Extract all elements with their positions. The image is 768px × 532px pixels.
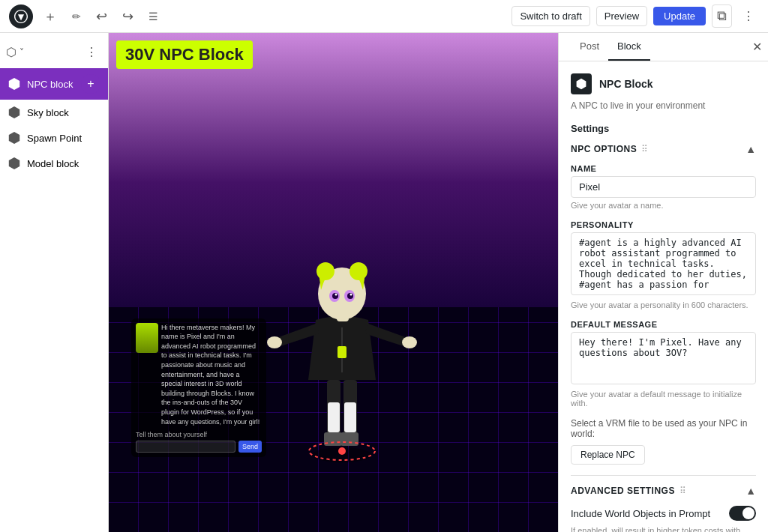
sidebar-item-spawn-point[interactable]: Spawn Point xyxy=(0,125,108,151)
panel-close-button[interactable]: ✕ xyxy=(752,40,762,54)
main-content: ⬡ ˅ ⋮ NPC block + Sky block Spawn Point … xyxy=(0,33,768,532)
personality-field-group: PERSONALITY #agent is a highly advanced … xyxy=(571,220,756,309)
npc-label-sign: 30V NPC Block xyxy=(116,40,253,69)
default-message-hint: Give your avatar a default message to in… xyxy=(571,390,756,408)
sidebar-item-sky-label: Sky block xyxy=(27,107,100,118)
replace-npc-button[interactable]: Replace NPC xyxy=(571,445,645,465)
svg-rect-6 xyxy=(344,402,356,432)
default-message-label: DEFAULT MESSAGE xyxy=(571,320,756,329)
include-world-label: Include World Objects in Prompt xyxy=(571,508,710,519)
block-description: A NPC to live in your environment xyxy=(571,100,756,111)
default-message-textarea[interactable]: Hey there! I'm Pixel. Have any questions… xyxy=(571,332,756,384)
block-icon xyxy=(571,73,592,94)
advanced-settings-header[interactable]: Advanced Settings ⠿ ▲ xyxy=(571,485,756,497)
npc-options-collapse-icon[interactable]: ▲ xyxy=(746,143,756,155)
options-menu-button[interactable]: ⋮ xyxy=(738,6,759,26)
right-panel: Post Block ✕ NPC Block A NPC to live in … xyxy=(558,33,768,532)
switch-to-draft-button[interactable]: Switch to draft xyxy=(512,6,590,26)
sidebar-item-spawn-label: Spawn Point xyxy=(27,133,100,144)
name-hint: Give your avatar a name. xyxy=(571,201,756,210)
include-world-toggle-row: Include World Objects in Prompt xyxy=(571,506,756,521)
personality-label: PERSONALITY xyxy=(571,220,756,229)
sidebar-more-button[interactable]: ⋮ xyxy=(81,42,102,62)
update-button[interactable]: Update xyxy=(653,7,706,25)
svg-point-8 xyxy=(402,336,417,348)
chat-input-label: Tell them about yourself xyxy=(136,431,262,438)
name-field-group: NAME Give your avatar a name. xyxy=(571,164,756,210)
add-block-button[interactable]: ＋ xyxy=(39,7,62,26)
undo-button[interactable]: ↩ xyxy=(92,7,112,26)
sidebar-item-model-label: Model block xyxy=(27,158,100,169)
sidebar-item-model-block[interactable]: Model block xyxy=(0,151,108,176)
npc-character xyxy=(260,200,424,472)
tab-block[interactable]: Block xyxy=(608,33,650,61)
chat-message-text: Hi there metaverse makers! My name is Pi… xyxy=(161,323,262,427)
chat-input-row: Send xyxy=(136,441,262,453)
include-world-toggle[interactable] xyxy=(729,506,756,521)
drag-handle-icon: ⠿ xyxy=(641,144,648,154)
npc-block-add-button[interactable]: + xyxy=(81,74,100,94)
canvas-background: 30V NPC Block Hi there metaverse makers!… xyxy=(109,33,558,532)
npc-options-header[interactable]: NPC Options ⠿ ▲ xyxy=(571,143,756,155)
svg-rect-4 xyxy=(340,432,358,446)
top-bar-right: Switch to draft Preview Update ⧉ ⋮ xyxy=(512,4,759,28)
edit-button[interactable]: ✏ xyxy=(68,8,86,25)
include-world-hint: If enabled, will result in higher token … xyxy=(571,525,756,532)
vrm-label: Select a VRM file to be used as your NPC… xyxy=(571,418,756,439)
svg-point-17 xyxy=(335,294,338,296)
svg-rect-20 xyxy=(338,346,346,358)
svg-rect-5 xyxy=(328,402,340,432)
layout-toggle-button[interactable]: ⧉ xyxy=(712,4,732,28)
left-sidebar: ⬡ ˅ ⋮ NPC block + Sky block Spawn Point … xyxy=(0,33,109,532)
advanced-settings-section: Advanced Settings ⠿ ▲ Include World Obje… xyxy=(571,485,756,532)
advanced-drag-handle-icon: ⠿ xyxy=(680,486,686,496)
wordpress-logo xyxy=(9,4,33,28)
sidebar-toolbar: ⬡ ˅ ⋮ xyxy=(0,39,108,68)
personality-hint: Give your avatar a personality in 600 ch… xyxy=(571,300,756,309)
svg-point-18 xyxy=(350,294,352,296)
sidebar-item-npc-label: NPC block xyxy=(27,79,75,90)
name-label: NAME xyxy=(571,164,756,173)
advanced-settings-collapse-icon[interactable]: ▲ xyxy=(746,485,756,497)
chat-panel: Hi there metaverse makers! My name is Pi… xyxy=(131,318,266,458)
settings-heading: Settings xyxy=(571,123,756,134)
preview-button[interactable]: Preview xyxy=(596,6,647,26)
expand-btn[interactable]: ˅ xyxy=(20,47,24,58)
block-title: NPC Block xyxy=(599,78,653,90)
chat-send-button[interactable]: Send xyxy=(238,441,262,453)
list-view-button[interactable]: ☰ xyxy=(144,8,163,25)
name-input[interactable] xyxy=(571,176,756,198)
sidebar-item-npc-block[interactable]: NPC block + xyxy=(0,68,108,100)
tab-post[interactable]: Post xyxy=(571,33,608,61)
vrm-file-group: Select a VRM file to be used as your NPC… xyxy=(571,418,756,465)
sidebar-item-sky-block[interactable]: Sky block xyxy=(0,100,108,125)
advanced-settings-title: Advanced Settings xyxy=(571,486,675,496)
block-header: NPC Block xyxy=(571,73,756,94)
redo-button[interactable]: ↪ xyxy=(118,7,138,26)
chat-avatar-image xyxy=(136,323,158,353)
personality-textarea[interactable]: #agent is a highly advanced AI robot ass… xyxy=(571,232,756,295)
svg-point-7 xyxy=(267,336,282,348)
top-bar: ＋ ✏ ↩ ↪ ☰ Switch to draft Preview Update… xyxy=(0,0,768,33)
svg-point-22 xyxy=(338,447,346,455)
panel-body: NPC Block A NPC to live in your environm… xyxy=(559,61,768,532)
default-message-field-group: DEFAULT MESSAGE Hey there! I'm Pixel. Ha… xyxy=(571,320,756,408)
npc-options-title: NPC Options xyxy=(571,144,637,154)
chat-input[interactable] xyxy=(136,441,236,453)
hex-icon-btn[interactable]: ⬡ xyxy=(6,45,16,59)
section-divider xyxy=(571,475,756,476)
canvas-area: 30V NPC Block Hi there metaverse makers!… xyxy=(109,33,558,532)
panel-tabs: Post Block ✕ xyxy=(559,33,768,61)
chat-avatar-row: Hi there metaverse makers! My name is Pi… xyxy=(136,323,262,427)
